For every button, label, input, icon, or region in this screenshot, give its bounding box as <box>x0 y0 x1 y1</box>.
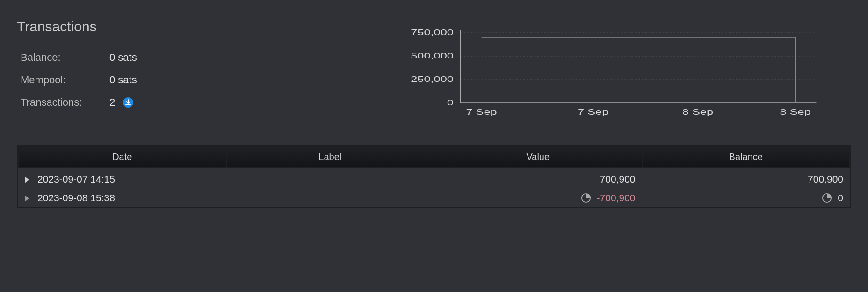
download-icon[interactable] <box>123 97 134 108</box>
stat-balance: Balance: 0 sats <box>21 51 344 64</box>
pending-icon <box>822 193 832 203</box>
col-header-date[interactable]: Date <box>18 146 226 168</box>
mempool-label: Mempool: <box>21 74 109 86</box>
expand-icon[interactable] <box>25 176 29 183</box>
stats-block: Balance: 0 sats Mempool: 0 sats Transact… <box>21 51 344 109</box>
date-cell: 2023-09-08 15:38 <box>18 189 226 207</box>
value-text: -700,900 <box>597 192 636 203</box>
label-cell <box>226 189 434 207</box>
col-header-balance[interactable]: Balance <box>642 146 850 168</box>
value-cell: -700,900 <box>434 189 642 207</box>
xtick-0: 7 Sep <box>466 107 497 117</box>
chart-svg: 750,000 500,000 250,000 0 7 Sep 7 Sep 8 … <box>363 19 851 126</box>
stat-mempool: Mempool: 0 sats <box>21 74 344 86</box>
page-title: Transactions <box>17 19 344 35</box>
balance-cell: 700,900 <box>642 168 850 189</box>
label-cell <box>226 168 434 189</box>
date-text: 2023-09-08 15:38 <box>37 192 115 203</box>
date-cell: 2023-09-07 14:15 <box>18 168 226 189</box>
mempool-value: 0 sats <box>109 74 137 86</box>
transactions-value: 2 <box>109 96 115 109</box>
balance-label: Balance: <box>21 51 109 64</box>
ytick-2: 500,000 <box>411 51 454 60</box>
ytick-1: 250,000 <box>411 74 454 84</box>
xtick-1: 7 Sep <box>578 107 608 117</box>
date-text: 2023-09-07 14:15 <box>37 174 115 184</box>
ytick-3: 750,000 <box>411 28 454 37</box>
xtick-2: 8 Sep <box>682 107 713 117</box>
transactions-table-wrap: Date Label Value Balance 2023-09-07 14:1… <box>17 145 851 208</box>
balance-text: 0 <box>838 192 843 203</box>
ytick-0: 0 <box>447 98 454 107</box>
balance-value: 0 sats <box>109 51 137 64</box>
balance-chart: 750,000 500,000 250,000 0 7 Sep 7 Sep 8 … <box>363 19 851 126</box>
table-row[interactable]: 2023-09-08 15:38-700,9000 <box>18 189 850 207</box>
balance-cell: 0 <box>642 189 850 207</box>
pending-icon <box>581 193 591 203</box>
summary-panel: Transactions Balance: 0 sats Mempool: 0 … <box>17 19 344 119</box>
balance-text: 700,900 <box>808 174 843 184</box>
expand-icon[interactable] <box>25 195 29 202</box>
value-text: 700,900 <box>600 174 636 184</box>
transactions-table: Date Label Value Balance 2023-09-07 14:1… <box>18 146 850 207</box>
transactions-label: Transactions: <box>21 96 109 109</box>
table-header: Date Label Value Balance <box>18 146 850 168</box>
col-header-label[interactable]: Label <box>226 146 434 168</box>
xtick-3: 8 Sep <box>780 107 811 117</box>
table-row[interactable]: 2023-09-07 14:15700,900700,900 <box>18 168 850 189</box>
stat-transactions: Transactions: 2 <box>21 96 344 109</box>
value-cell: 700,900 <box>434 168 642 189</box>
col-header-value[interactable]: Value <box>434 146 642 168</box>
